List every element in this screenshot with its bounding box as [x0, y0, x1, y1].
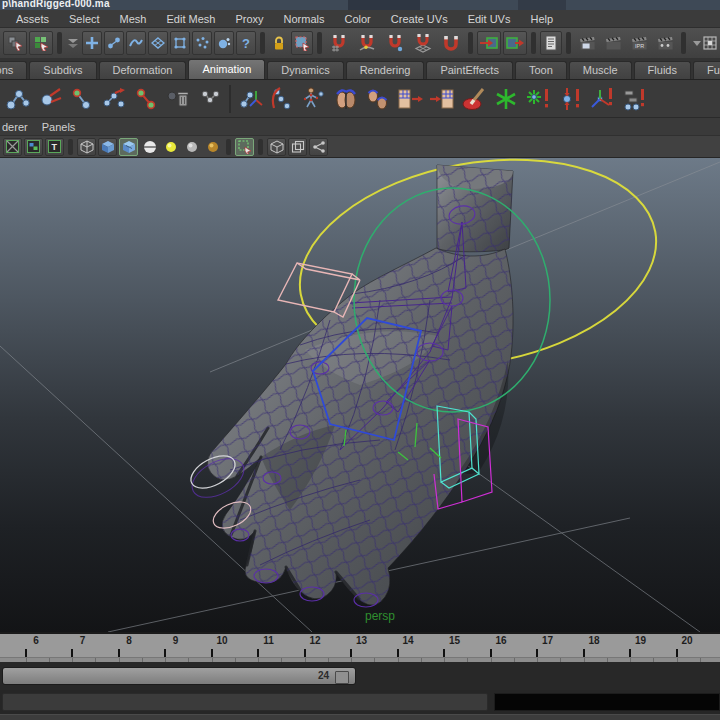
connect-joint-icon[interactable]	[131, 84, 161, 114]
timeline-frame-7[interactable]: 7	[72, 635, 94, 646]
mirror-joint-icon[interactable]	[195, 84, 225, 114]
render-settings-icon[interactable]	[653, 31, 677, 55]
reroot-skeleton-icon[interactable]	[99, 84, 129, 114]
command-line-input[interactable]	[2, 693, 488, 711]
timeline-frame-11[interactable]: 11	[258, 635, 280, 646]
snap-to-grid-icon[interactable]	[326, 31, 352, 55]
viewport-panel[interactable]: persp	[0, 158, 720, 632]
shelf-tab-rendering[interactable]: Rendering	[346, 61, 425, 79]
mask-surfaces-icon[interactable]	[148, 31, 168, 55]
render-region-icon[interactable]	[601, 31, 625, 55]
wireframe-cube-icon[interactable]	[77, 138, 96, 156]
collapser-handle[interactable]	[317, 32, 322, 54]
mask-rendering-icon[interactable]	[214, 31, 234, 55]
timeline-frame-18[interactable]: 18	[583, 635, 605, 646]
panel-menu-panels[interactable]: Panels	[42, 121, 76, 133]
viewport-canvas[interactable]	[0, 158, 720, 632]
collapser-handle[interactable]	[57, 32, 62, 54]
menu-proxy[interactable]: Proxy	[225, 13, 273, 25]
ipr-render-icon[interactable]: IPR	[627, 31, 651, 55]
shaded-cube-icon[interactable]	[98, 138, 117, 156]
timeline-frame-16[interactable]: 16	[490, 635, 512, 646]
timeline-frame-12[interactable]: 12	[304, 635, 326, 646]
shelf-tab-dynamics[interactable]: Dynamics	[267, 61, 343, 79]
collapser-handle[interactable]	[681, 32, 686, 54]
shelf-tab-toon[interactable]: Toon	[515, 61, 567, 79]
mask-points-icon[interactable]	[82, 31, 102, 55]
selection-mask-hierarchy-icon[interactable]	[3, 31, 27, 55]
collapser-handle[interactable]	[468, 32, 473, 54]
timeline-frame-10[interactable]: 10	[211, 635, 233, 646]
mask-curves-icon[interactable]	[126, 31, 146, 55]
menu-select[interactable]: Select	[59, 13, 110, 25]
snap-to-curve-icon[interactable]	[354, 31, 380, 55]
collapser-handle[interactable]	[226, 139, 231, 155]
snap-to-point-icon[interactable]	[382, 31, 408, 55]
timeline-frame-8[interactable]: 8	[118, 635, 140, 646]
snap-to-plane-icon[interactable]	[410, 31, 436, 55]
isolate-select-icon[interactable]	[235, 138, 254, 156]
shelf-tab-painteffects[interactable]: PaintEffects	[426, 61, 513, 79]
timeline-frame-6[interactable]: 6	[25, 635, 47, 646]
collapser-handle[interactable]	[258, 139, 263, 155]
layered-panels-icon[interactable]	[288, 138, 307, 156]
shelf-tab-fur[interactable]: Fur	[693, 61, 720, 79]
shelf-tab-deformation[interactable]: Deformation	[99, 61, 187, 79]
ik-handle-tool-icon[interactable]	[35, 84, 65, 114]
flat-light-icon[interactable]	[182, 138, 201, 156]
mask-deformations-icon[interactable]	[170, 31, 190, 55]
menu-create-uvs[interactable]: Create UVs	[381, 13, 458, 25]
selection-mask-object-icon[interactable]	[29, 31, 53, 55]
snap-stack-icon[interactable]	[66, 31, 80, 55]
timeline-frame-9[interactable]: 9	[165, 635, 187, 646]
shelf-tab-subdivs[interactable]: Subdivs	[29, 61, 96, 79]
menu-normals[interactable]: Normals	[274, 13, 335, 25]
timeline-frame-13[interactable]: 13	[351, 635, 373, 646]
mask-dynamics-icon[interactable]	[192, 31, 212, 55]
insert-joint-icon[interactable]	[67, 84, 97, 114]
menu-assets[interactable]: Assets	[6, 13, 59, 25]
range-slider-handle[interactable]	[335, 671, 349, 684]
single-cube-icon[interactable]	[267, 138, 286, 156]
blend-shape-icon[interactable]	[363, 84, 393, 114]
snap-magnet-icon[interactable]	[438, 31, 464, 55]
mask-help-icon[interactable]: ?	[236, 31, 256, 55]
menu-mesh[interactable]: Mesh	[110, 13, 157, 25]
set-driven-key-icon[interactable]	[523, 84, 553, 114]
spline-ik-icon[interactable]	[267, 84, 297, 114]
point-constraint-icon[interactable]	[555, 84, 585, 114]
lock-selection-icon[interactable]	[269, 31, 289, 55]
checker-box-icon[interactable]	[3, 138, 22, 156]
output-connections-icon[interactable]	[503, 31, 527, 55]
create-character-icon[interactable]	[299, 84, 329, 114]
highlight-selection-icon[interactable]	[291, 31, 313, 55]
paint-skin-weights-icon[interactable]	[459, 84, 489, 114]
material-ball-icon[interactable]	[203, 138, 222, 156]
parent-constraint-icon[interactable]	[619, 84, 649, 114]
orient-joint-icon[interactable]	[235, 84, 265, 114]
collapser-handle[interactable]	[68, 139, 73, 155]
shelf-tab-polygons[interactable]: ygons	[0, 61, 27, 79]
remove-joint-icon[interactable]	[163, 84, 193, 114]
textured-cube-icon[interactable]	[119, 138, 138, 156]
timeline-frame-20[interactable]: 20	[676, 635, 698, 646]
operations-list-icon[interactable]	[540, 31, 562, 55]
detach-skin-icon[interactable]	[427, 84, 457, 114]
blend-shape-edit-icon[interactable]	[331, 84, 361, 114]
mask-handles-icon[interactable]	[104, 31, 124, 55]
collapser-handle[interactable]	[531, 32, 536, 54]
panel-menu-renderer[interactable]: derer	[2, 121, 28, 133]
default-light-icon[interactable]	[161, 138, 180, 156]
timeline-frame-19[interactable]: 19	[630, 635, 652, 646]
share-nodes-icon[interactable]	[309, 138, 328, 156]
use-all-lights-icon[interactable]	[140, 138, 159, 156]
timeline-frame-14[interactable]: 14	[397, 635, 419, 646]
shelf-tab-muscle[interactable]: Muscle	[569, 61, 632, 79]
render-current-frame-icon[interactable]	[575, 31, 599, 55]
orient-constraint-icon[interactable]	[587, 84, 617, 114]
create-cluster-icon[interactable]	[491, 84, 521, 114]
text-hud-box-icon[interactable]: T	[45, 138, 64, 156]
menu-edit-mesh[interactable]: Edit Mesh	[157, 13, 226, 25]
range-slider-bar[interactable]: 24	[2, 667, 356, 685]
collapser-handle[interactable]	[260, 32, 265, 54]
